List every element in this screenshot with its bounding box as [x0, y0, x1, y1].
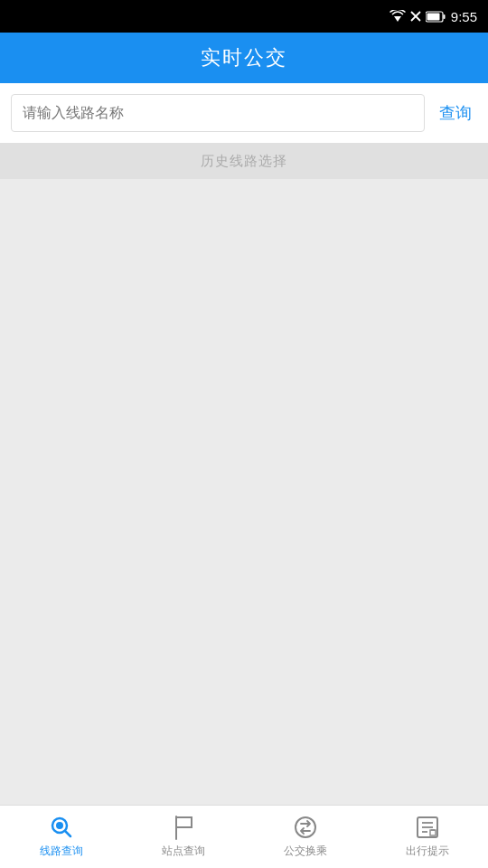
svg-point-11 — [296, 817, 315, 837]
nav-label-transfer: 公交换乘 — [284, 844, 327, 859]
nav-label-route-query: 线路查询 — [40, 844, 83, 859]
svg-rect-16 — [430, 830, 436, 835]
tips-icon — [415, 815, 440, 840]
search-area: 查询 — [0, 83, 488, 143]
status-time: 9:55 — [451, 9, 477, 24]
nav-item-stop-query[interactable]: 站点查询 — [122, 806, 244, 868]
battery-icon — [426, 11, 446, 23]
wifi-icon — [389, 10, 406, 23]
search-circle-icon — [49, 815, 74, 840]
flag-icon — [171, 815, 196, 840]
svg-rect-5 — [443, 14, 445, 19]
nav-item-route-query[interactable]: 线路查询 — [0, 806, 122, 868]
nav-item-transfer[interactable]: 公交换乘 — [244, 806, 366, 868]
signal-icon — [409, 10, 422, 23]
svg-line-8 — [65, 831, 70, 836]
status-icons — [389, 10, 446, 23]
nav-item-tips[interactable]: 出行提示 — [366, 806, 488, 868]
svg-rect-6 — [427, 13, 439, 20]
history-bar[interactable]: 历史线路选择 — [0, 143, 488, 179]
page-title: 实时公交 — [201, 44, 287, 71]
svg-marker-0 — [394, 16, 401, 22]
status-bar: 9:55 — [0, 0, 488, 33]
app-header: 实时公交 — [0, 33, 488, 83]
bottom-nav: 线路查询 站点查询 公交换乘 — [0, 805, 488, 868]
search-button[interactable]: 查询 — [434, 99, 477, 127]
svg-point-9 — [56, 822, 63, 829]
route-search-input[interactable] — [11, 94, 425, 132]
nav-label-stop-query: 站点查询 — [162, 844, 205, 859]
nav-label-tips: 出行提示 — [406, 844, 449, 859]
history-label: 历史线路选择 — [201, 153, 287, 170]
main-content — [0, 179, 488, 805]
transfer-icon — [293, 815, 318, 840]
